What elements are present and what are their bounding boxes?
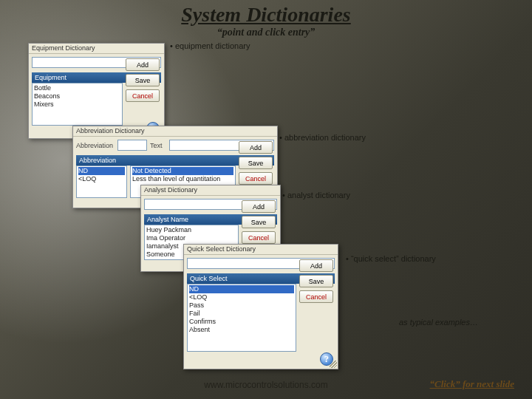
list-item[interactable]: Absent bbox=[189, 326, 294, 334]
bullet-equipment: • equipment dictionary bbox=[170, 41, 250, 50]
resize-handle[interactable] bbox=[330, 361, 337, 368]
list-item[interactable]: Beacons bbox=[34, 92, 120, 100]
typical-examples: as typical examples… bbox=[399, 318, 478, 327]
button-column: Add Save Cancel bbox=[126, 58, 160, 102]
quick-select-dictionary-panel: Quick Select Dictionary Add Save Cancel … bbox=[183, 244, 338, 369]
text-label: Text bbox=[150, 142, 166, 149]
next-slide-link[interactable]: “Click” for next slide bbox=[430, 378, 514, 390]
list-item[interactable]: Mixers bbox=[34, 100, 120, 109]
add-button[interactable]: Add bbox=[299, 259, 333, 272]
quick-select-list[interactable]: ND <LOQ Pass Fail Confirms Absent bbox=[187, 284, 296, 352]
panel-title: Analyst Dictionary bbox=[141, 185, 280, 196]
bullet-quick-select: • “quick select” dictionary bbox=[346, 254, 436, 263]
save-button[interactable]: Save bbox=[242, 216, 276, 228]
cancel-button[interactable]: Cancel bbox=[239, 172, 273, 185]
save-button[interactable]: Save bbox=[239, 157, 273, 169]
list-item[interactable]: <LOQ bbox=[78, 175, 125, 183]
button-column: Add Save Cancel bbox=[239, 141, 273, 185]
abbrev-input[interactable] bbox=[117, 140, 147, 151]
save-button[interactable]: Save bbox=[299, 275, 333, 287]
add-button[interactable]: Add bbox=[126, 58, 160, 71]
list-item[interactable]: <LOQ bbox=[189, 293, 294, 301]
bullet-analyst: • analyst dictionary bbox=[282, 191, 350, 200]
list-item[interactable]: Not Detected bbox=[132, 167, 233, 175]
list-item[interactable]: Ima Operator bbox=[146, 234, 236, 242]
panel-title: Abbreviation Dictionary bbox=[73, 126, 277, 137]
list-item[interactable]: ND bbox=[189, 285, 294, 293]
cancel-button[interactable]: Cancel bbox=[242, 231, 276, 244]
list-item[interactable]: Fail bbox=[189, 310, 294, 318]
list-item[interactable]: Bottle bbox=[34, 84, 120, 92]
button-column: Add Save Cancel bbox=[299, 259, 333, 303]
button-column: Add Save Cancel bbox=[242, 200, 276, 244]
list-item[interactable]: Huey Packman bbox=[146, 226, 236, 234]
add-button[interactable]: Add bbox=[242, 200, 276, 213]
panel-title: Equipment Dictionary bbox=[29, 44, 164, 54]
save-button[interactable]: Save bbox=[126, 74, 160, 86]
bullet-abbreviation: • abbreviation dictionary bbox=[279, 133, 366, 142]
list-item[interactable]: Pass bbox=[189, 301, 294, 310]
list-item[interactable]: Less than level of quantitation bbox=[132, 175, 233, 183]
panel-title: Quick Select Dictionary bbox=[184, 245, 338, 255]
cancel-button[interactable]: Cancel bbox=[299, 290, 333, 303]
list-item[interactable]: Confirms bbox=[189, 318, 294, 326]
add-button[interactable]: Add bbox=[239, 141, 273, 154]
page-subtitle: “point and click entry” bbox=[0, 27, 532, 38]
page-title: System Dictionaries bbox=[0, 3, 532, 27]
equipment-list[interactable]: Bottle Beacons Mixers bbox=[32, 83, 123, 126]
abbrev-col[interactable]: ND <LOQ bbox=[76, 166, 127, 198]
abbrev-label: Abbreviation bbox=[76, 142, 115, 149]
equipment-dictionary-panel: Equipment Dictionary Add Save Cancel Equ… bbox=[28, 43, 165, 139]
cancel-button[interactable]: Cancel bbox=[126, 89, 160, 102]
list-item[interactable]: ND bbox=[78, 167, 125, 175]
